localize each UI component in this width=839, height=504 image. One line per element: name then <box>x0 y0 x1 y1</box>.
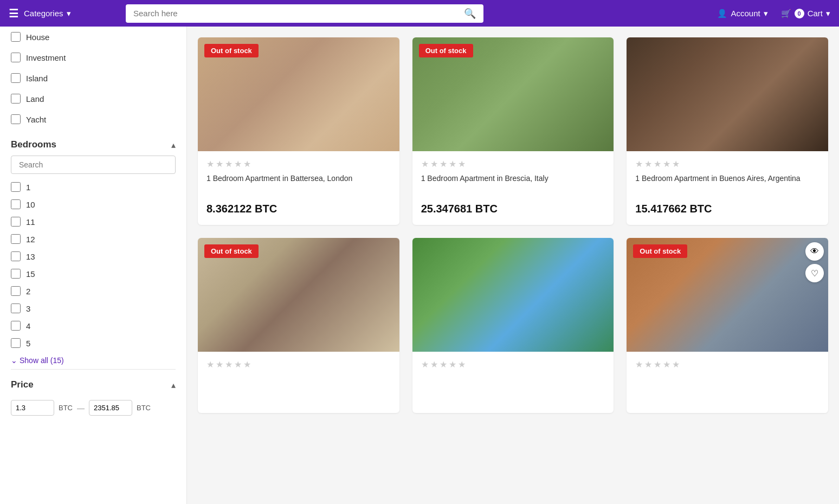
bedroom-item[interactable]: 10 <box>11 196 176 213</box>
bedroom-checkbox[interactable] <box>11 321 21 331</box>
category-checkbox[interactable] <box>11 53 21 62</box>
star-icon: ★ <box>216 159 223 169</box>
bedroom-checkbox[interactable] <box>11 303 21 313</box>
account-icon: 👤 <box>717 9 727 18</box>
bedroom-item[interactable]: 15 <box>11 265 176 282</box>
products-grid: Out of stock ★★★★★ 1 Bedroom Apartment i… <box>198 37 828 413</box>
product-title: 1 Bedroom Apartment in Battersea, London <box>206 173 391 195</box>
product-title <box>635 374 819 396</box>
bedroom-checkbox[interactable] <box>11 182 21 192</box>
sidebar-category-item[interactable]: House <box>11 27 176 47</box>
star-icon: ★ <box>440 359 447 370</box>
price-title: Price <box>11 379 34 390</box>
bedrooms-collapse-button[interactable]: ▴ <box>171 140 176 150</box>
bedroom-label: 5 <box>26 339 30 348</box>
cart-button[interactable]: 🛒 0 Cart ▾ <box>781 9 830 18</box>
star-icon: ★ <box>654 159 661 169</box>
main-content: Out of stock ★★★★★ 1 Bedroom Apartment i… <box>187 27 839 504</box>
star-rating: ★★★★★ <box>421 159 605 169</box>
bedroom-checkbox[interactable] <box>11 199 21 209</box>
bedroom-checkbox[interactable] <box>11 269 21 279</box>
account-label: Account <box>731 9 760 18</box>
bedroom-item[interactable]: 1 <box>11 178 176 196</box>
page-wrapper: House Investment Island Land Yacht Bedro… <box>0 27 839 504</box>
bedroom-item[interactable]: 5 <box>11 334 176 352</box>
star-icon: ★ <box>672 359 680 370</box>
categories-chevron-icon: ▾ <box>67 9 71 18</box>
price-min-input[interactable] <box>11 400 54 416</box>
category-checkbox[interactable] <box>11 32 21 42</box>
product-image <box>412 238 614 352</box>
star-icon: ★ <box>234 359 242 370</box>
bedroom-item[interactable]: 13 <box>11 248 176 265</box>
bedroom-checkbox[interactable] <box>11 338 21 348</box>
bedroom-checkbox[interactable] <box>11 286 21 296</box>
bedroom-label: 10 <box>26 200 35 209</box>
hamburger-icon[interactable]: ☰ <box>9 7 18 20</box>
star-icon: ★ <box>225 159 233 169</box>
bedrooms-search-input[interactable] <box>11 156 176 174</box>
star-icon: ★ <box>644 359 652 370</box>
category-label: Land <box>26 94 44 104</box>
sidebar-category-item[interactable]: Yacht <box>11 109 176 130</box>
category-label: Investment <box>26 53 66 62</box>
bedroom-checkbox[interactable] <box>11 217 21 227</box>
product-card[interactable]: Out of stock 👁 ♡ ★★★★★ <box>627 238 828 413</box>
bedroom-item[interactable]: 12 <box>11 230 176 248</box>
category-label: Island <box>26 74 48 83</box>
sidebar-category-item[interactable]: Investment <box>11 47 176 68</box>
search-icon: 🔍 <box>464 8 476 19</box>
bedroom-item[interactable]: 3 <box>11 300 176 317</box>
account-button[interactable]: 👤 Account ▾ <box>717 9 767 18</box>
product-image-container <box>412 238 614 352</box>
view-button[interactable]: 👁 <box>805 242 824 261</box>
bedroom-item[interactable]: 4 <box>11 317 176 334</box>
search-bar: 🔍 <box>126 4 483 23</box>
eye-icon: 👁 <box>810 247 819 256</box>
show-all-button[interactable]: ⌄ Show all (15) <box>11 352 64 369</box>
product-card[interactable]: ★★★★★ <box>412 238 614 413</box>
bedroom-label: 3 <box>26 304 30 313</box>
product-image-container: Out of stock <box>198 238 399 352</box>
star-icon: ★ <box>458 359 466 370</box>
bedroom-label: 1 <box>26 183 30 192</box>
bedroom-item[interactable]: 11 <box>11 213 176 230</box>
star-icon: ★ <box>635 159 643 169</box>
sidebar-category-item[interactable]: Land <box>11 88 176 109</box>
bedroom-checkbox[interactable] <box>11 234 21 244</box>
star-icon: ★ <box>216 359 223 370</box>
categories-button[interactable]: Categories ▾ <box>24 9 71 18</box>
price-collapse-button[interactable]: ▴ <box>171 380 176 390</box>
product-actions: 👁 ♡ <box>805 242 824 282</box>
product-card[interactable]: Out of stock ★★★★★ <box>198 238 399 413</box>
product-image-container: Out of stock 👁 ♡ <box>627 238 828 352</box>
star-icon: ★ <box>458 159 466 169</box>
wishlist-button[interactable]: ♡ <box>805 264 824 282</box>
bedroom-label: 13 <box>26 252 35 261</box>
bedroom-item[interactable]: 2 <box>11 282 176 300</box>
product-info: ★★★★★ 1 Bedroom Apartment in Brescia, It… <box>412 151 614 225</box>
star-icon: ★ <box>243 359 251 370</box>
product-image-container <box>627 37 828 151</box>
star-icon: ★ <box>663 359 670 370</box>
star-rating: ★★★★★ <box>206 159 391 169</box>
price-range-row: BTC — BTC <box>11 400 176 416</box>
star-icon: ★ <box>234 159 242 169</box>
star-icon: ★ <box>449 359 456 370</box>
star-icon: ★ <box>449 159 456 169</box>
bedroom-checkbox[interactable] <box>11 251 21 261</box>
product-card[interactable]: ★★★★★ 1 Bedroom Apartment in Buenos Aire… <box>627 37 828 225</box>
sidebar-category-item[interactable]: Island <box>11 68 176 88</box>
product-card[interactable]: Out of stock ★★★★★ 1 Bedroom Apartment i… <box>412 37 614 225</box>
category-checkbox[interactable] <box>11 94 21 104</box>
star-rating: ★★★★★ <box>635 159 819 169</box>
star-icon: ★ <box>206 159 214 169</box>
category-checkbox[interactable] <box>11 114 21 124</box>
price-max-input[interactable] <box>89 400 132 416</box>
product-card[interactable]: Out of stock ★★★★★ 1 Bedroom Apartment i… <box>198 37 399 225</box>
category-checkbox[interactable] <box>11 73 21 83</box>
search-input[interactable] <box>133 9 464 18</box>
price-dash: — <box>77 404 85 412</box>
search-button[interactable]: 🔍 <box>464 8 476 20</box>
out-of-stock-badge: Out of stock <box>204 244 259 258</box>
